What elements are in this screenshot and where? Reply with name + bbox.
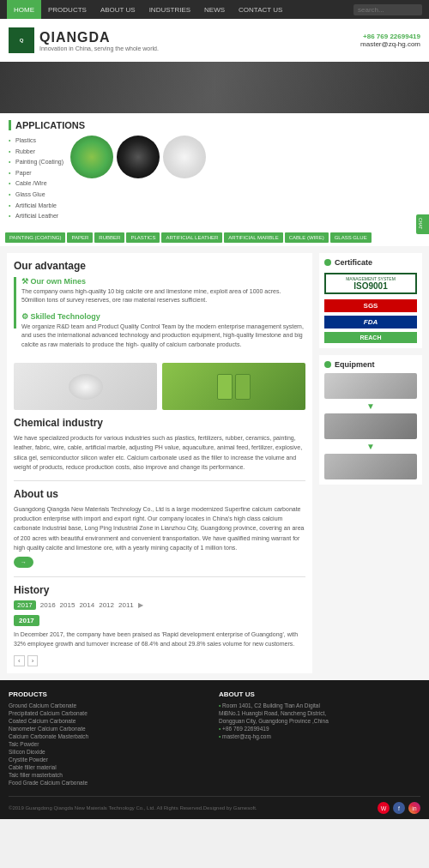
footer-product-item[interactable]: Food Grade Calcium Carbonate: [9, 780, 210, 786]
tab-cable[interactable]: CABLE (WIRE): [285, 232, 329, 243]
footer-about-title: ABOUT US: [219, 690, 420, 698]
footer-product-item[interactable]: Coated Calcium Carbonate: [9, 718, 210, 724]
advantage-title: Our advantage: [14, 260, 305, 272]
nav-contact[interactable]: CONTACT US: [232, 0, 289, 19]
nav-news[interactable]: NEWS: [197, 0, 232, 19]
year-tab-2017[interactable]: 2017: [14, 600, 36, 610]
footer-product-item[interactable]: Crystite Powder: [9, 756, 210, 763]
app-image-rubber: [117, 136, 160, 178]
top-navigation: HOME PRODUCTS ABOUT US INDUSTRIES NEWS C…: [0, 0, 429, 19]
history-nav: ‹ ›: [14, 655, 305, 666]
app-item: Artificial Leather: [9, 211, 63, 222]
logo-bar: Q QIANGDA Innovation in China, serving t…: [0, 19, 429, 62]
contact-info: +86 769 22699419 master@zq-hg.com: [360, 33, 420, 48]
equip-header: Equipment: [324, 360, 417, 369]
year-tab-2011[interactable]: 2011: [118, 601, 134, 609]
nav-home[interactable]: HOME: [7, 0, 41, 19]
more-button[interactable]: →: [14, 557, 33, 568]
nav-products[interactable]: PRODUCTS: [41, 0, 94, 19]
hero-background: [0, 62, 429, 113]
certificate-box: Certificate MANAGEMENT SYSTEM ISO9001 SG…: [319, 253, 422, 348]
footer-about-item: master@zq-hg.com: [219, 733, 420, 739]
nav-industries[interactable]: INDUSTRIES: [142, 0, 197, 19]
tab-marble[interactable]: ARTIFICIAL MARBLE: [224, 232, 282, 243]
app-image-paint: [70, 136, 113, 178]
logo-text: QIANGDA Innovation in China, serving the…: [39, 30, 159, 51]
app-item: Glass Glue: [9, 190, 63, 201]
footer-divider: [9, 796, 420, 797]
history-title: History: [14, 584, 305, 596]
cert-fda: FDA: [324, 316, 417, 329]
tech-advantage: ⚙ Skilled Technology We organize R&D tea…: [21, 312, 305, 350]
logo-left: Q QIANGDA Innovation in China, serving t…: [9, 27, 159, 53]
footer-about-item: Dongguan City, Guangdong Province ,China: [219, 718, 420, 724]
year-tabs: 2017 2016 2015 2014 2012 2011 ▶: [14, 600, 305, 610]
year-tab-2012[interactable]: 2012: [99, 601, 114, 609]
section-border: [14, 277, 16, 329]
content-right: Certificate MANAGEMENT SYSTEM ISO9001 SG…: [319, 253, 422, 674]
equip-image-2: [324, 413, 417, 439]
tab-leather[interactable]: ARTIFICIAL LEATHER: [161, 232, 222, 243]
app-item: Paper: [9, 168, 63, 179]
footer-products: PRODUCTS Ground Calcium Carbonate Precip…: [9, 690, 210, 787]
year-tab-2016[interactable]: 2016: [40, 601, 56, 609]
tab-painting[interactable]: PAINTING (COATING): [5, 232, 65, 243]
content-left: Our advantage ⚒ Our own Mines The compan…: [7, 253, 312, 674]
advantage-section: Our advantage ⚒ Our own Mines The compan…: [14, 260, 305, 357]
side-chat-button[interactable]: CHAT: [416, 214, 429, 234]
nav-about[interactable]: ABOUT US: [94, 0, 142, 19]
tab-plastics[interactable]: PLASTICS: [126, 232, 160, 243]
footer: PRODUCTS Ground Calcium Carbonate Precip…: [0, 680, 429, 819]
next-arrow[interactable]: ›: [27, 655, 39, 666]
equip-arrow-1: ▼: [324, 401, 417, 411]
app-content: Plastics Rubber Painting (Coating) Paper…: [9, 136, 420, 222]
footer-product-item[interactable]: Cable filler material: [9, 764, 210, 770]
cert-header: Certificate: [324, 258, 417, 267]
footer-bottom: ©2019 Guangdong Qiangda New Materials Te…: [9, 802, 420, 814]
search-input[interactable]: [353, 4, 422, 15]
equip-title: Equipment: [335, 360, 375, 369]
footer-grid: PRODUCTS Ground Calcium Carbonate Precip…: [9, 690, 420, 787]
footer-product-item[interactable]: Precipitated Calcium Carbonate: [9, 710, 210, 716]
year-tab-2015[interactable]: 2015: [60, 601, 76, 609]
social-instagram[interactable]: in: [408, 802, 420, 814]
footer-product-item[interactable]: Talc Powder: [9, 741, 210, 747]
footer-product-item[interactable]: Calcium Carbonate Masterbatch: [9, 733, 210, 739]
year-arrow-next[interactable]: ▶: [138, 601, 143, 609]
active-year-badge: 2017: [14, 615, 39, 626]
app-image-pipe: [163, 136, 206, 178]
app-item: Cable /Wire: [9, 178, 63, 190]
page-wrapper: HOME PRODUCTS ABOUT US INDUSTRIES NEWS C…: [0, 0, 429, 819]
mine-text: The company owns high-quality 10 big cal…: [21, 287, 305, 305]
year-tab-2014[interactable]: 2014: [79, 601, 94, 609]
logo-icon: Q: [9, 27, 34, 53]
product-images: [14, 363, 305, 410]
history-text: In December 2017, the company have been …: [14, 630, 305, 648]
tab-glue[interactable]: GLASS GLUE: [330, 232, 372, 243]
footer-product-item[interactable]: Ground Calcium Carbonate: [9, 702, 210, 708]
footer-about-list: Room 1401, C2 Building Tian An Digital M…: [219, 702, 420, 739]
history-section: History 2017 2016 2015 2014 2012 2011 ▶ …: [14, 576, 305, 666]
chemical-title: Chemical industry: [14, 417, 305, 429]
social-weibo[interactable]: W: [378, 802, 390, 814]
phone-number: +86 769 22699419: [360, 33, 420, 40]
footer-products-title: PRODUCTS: [9, 690, 210, 698]
social-facebook[interactable]: f: [393, 802, 405, 814]
cert-items: MANAGEMENT SYSTEM ISO9001 SGS FDA REACH: [324, 271, 417, 343]
app-item: Artificial Marble: [9, 201, 63, 212]
tab-rubber[interactable]: RUBBER: [94, 232, 124, 243]
cert-sgs: SGS: [324, 299, 417, 312]
applications-title: APPLICATIONS: [9, 120, 420, 130]
company-name: QIANGDA: [39, 30, 159, 45]
logo-icon-text: Q: [20, 38, 24, 44]
tab-paper[interactable]: PAPER: [67, 232, 93, 243]
footer-product-item[interactable]: Talc filler masterbatch: [9, 772, 210, 778]
company-tagline: Innovation in China, serving the whole w…: [39, 45, 159, 51]
product-image-bags: [162, 363, 305, 410]
prev-arrow[interactable]: ‹: [14, 655, 25, 666]
app-item: Painting (Coating): [9, 157, 63, 168]
footer-product-item[interactable]: Nanometer Calcium Carbonate: [9, 726, 210, 732]
tech-text: We organize R&D team and Product Quality…: [21, 322, 305, 350]
mine-advantage: ⚒ Our own Mines The company owns high-qu…: [21, 277, 305, 305]
footer-product-item[interactable]: Silicon Dioxide: [9, 749, 210, 755]
